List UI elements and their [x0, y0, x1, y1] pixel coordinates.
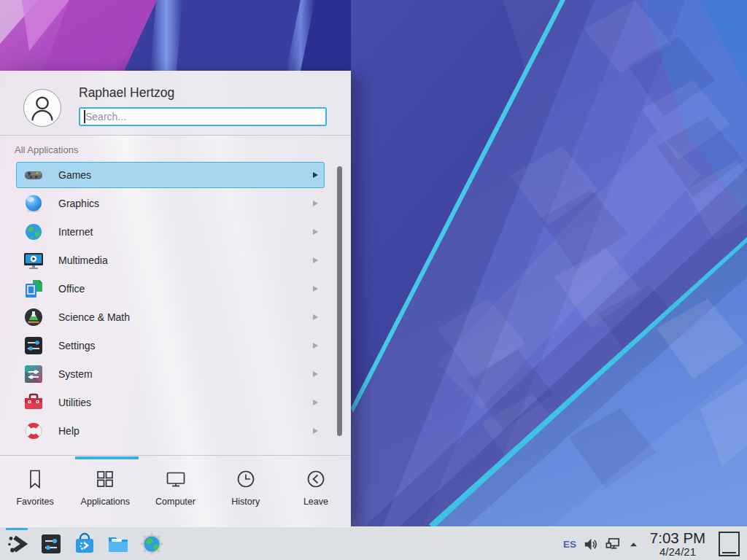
submenu-arrow-icon [313, 286, 318, 292]
discover-icon [73, 532, 96, 556]
user-name: Raphael Hertzog [79, 85, 174, 101]
text-cursor [84, 110, 85, 123]
submenu-arrow-icon [313, 371, 318, 377]
category-item-graphics[interactable]: Graphics [16, 190, 325, 217]
computer-icon [165, 468, 187, 490]
sliders-icon [23, 335, 44, 356]
leave-icon [305, 468, 327, 490]
category-item-settings[interactable]: Settings [16, 332, 325, 359]
tab-label: Computer [155, 497, 196, 507]
documents-icon [23, 279, 44, 299]
tab-history[interactable]: History [211, 458, 281, 526]
gamepad-icon [23, 165, 44, 185]
tab-label: Applications [81, 497, 130, 507]
submenu-arrow-icon [313, 428, 318, 434]
taskbar-file-manager[interactable] [107, 532, 130, 556]
category-label: Multimedia [58, 254, 108, 266]
submenu-arrow-icon [313, 172, 318, 178]
category-item-multimedia[interactable]: Multimedia [16, 247, 325, 273]
tab-computer[interactable]: Computer [140, 458, 210, 526]
category-label: Games [58, 169, 91, 181]
flask-icon [23, 307, 44, 327]
tray-icons [582, 536, 640, 553]
grid-icon [94, 468, 116, 490]
taskbar-web-browser[interactable] [140, 532, 163, 556]
network-icon[interactable] [605, 536, 622, 553]
tab-leave[interactable]: Leave [281, 458, 351, 526]
tab-applications[interactable]: Applications [70, 458, 140, 526]
taskbar-system-settings[interactable] [39, 532, 63, 556]
category-item-games[interactable]: Games [16, 162, 325, 188]
category-label: System [58, 368, 93, 380]
lifebuoy-icon [23, 421, 44, 441]
caret-up-icon[interactable] [627, 539, 640, 550]
clock-date: 4/24/21 [647, 546, 708, 558]
volume-icon[interactable] [582, 536, 599, 553]
tab-label: Favorites [16, 497, 53, 507]
folder-icon [107, 532, 130, 556]
category-label: Utilities [58, 397, 91, 408]
category-label: Office [58, 283, 85, 295]
section-label: All Applications [15, 144, 78, 155]
system-sliders-icon [23, 364, 44, 384]
launcher-tab-bar: Favorites Applications Computer History … [0, 458, 351, 526]
tab-label: Leave [303, 497, 328, 507]
history-icon [235, 468, 257, 490]
launcher-header: Raphael Hertzog [0, 71, 351, 136]
submenu-arrow-icon [313, 229, 318, 235]
taskbar-launchers [6, 532, 163, 556]
tab-label: History [231, 497, 260, 507]
submenu-arrow-icon [313, 400, 318, 405]
category-item-science-math[interactable]: Science & Math [16, 304, 325, 330]
list-scrollbar[interactable] [337, 166, 342, 436]
category-label: Help [58, 425, 80, 437]
category-label: Internet [58, 226, 93, 238]
submenu-arrow-icon [313, 201, 318, 206]
tab-favorites[interactable]: Favorites [0, 458, 70, 526]
category-item-utilities[interactable]: Utilities [16, 389, 325, 416]
application-launcher-popup: Raphael Hertzog All Applications Games G… [0, 71, 351, 526]
bookmark-icon [24, 468, 46, 490]
category-label: Graphics [58, 198, 99, 209]
search-input[interactable] [79, 107, 327, 126]
tabbar-separator [0, 455, 351, 456]
taskbar-panel: ES 7:03 PM 4/24/21 [0, 526, 747, 560]
digital-clock[interactable]: 7:03 PM 4/24/21 [647, 530, 708, 558]
submenu-arrow-icon [313, 314, 318, 320]
keyboard-layout-indicator[interactable]: ES [563, 539, 576, 550]
submenu-arrow-icon [313, 257, 318, 263]
category-list: Games Graphics Internet Multimedia Offic… [0, 160, 351, 455]
category-label: Science & Math [58, 311, 130, 323]
globe-icon [23, 222, 44, 242]
taskbar-application-launcher[interactable] [6, 532, 29, 556]
browser-globe-icon [140, 532, 163, 556]
search-box [79, 107, 327, 126]
category-item-system[interactable]: System [16, 361, 325, 387]
submenu-arrow-icon [313, 343, 318, 349]
category-item-help[interactable]: Help [16, 418, 325, 444]
sphere-icon [23, 193, 44, 214]
settings-dark-icon [39, 532, 63, 556]
system-tray: ES 7:03 PM 4/24/21 [563, 527, 740, 560]
category-item-internet[interactable]: Internet [16, 219, 325, 245]
kickoff-icon [6, 532, 29, 556]
show-desktop-widget[interactable] [719, 532, 740, 556]
clock-time: 7:03 PM [647, 530, 708, 546]
taskbar-discover[interactable] [73, 532, 96, 556]
toolbox-icon [23, 392, 44, 413]
monitor-play-icon [23, 250, 44, 271]
category-item-office[interactable]: Office [16, 276, 325, 302]
user-avatar[interactable] [23, 89, 61, 127]
category-label: Settings [58, 340, 96, 351]
